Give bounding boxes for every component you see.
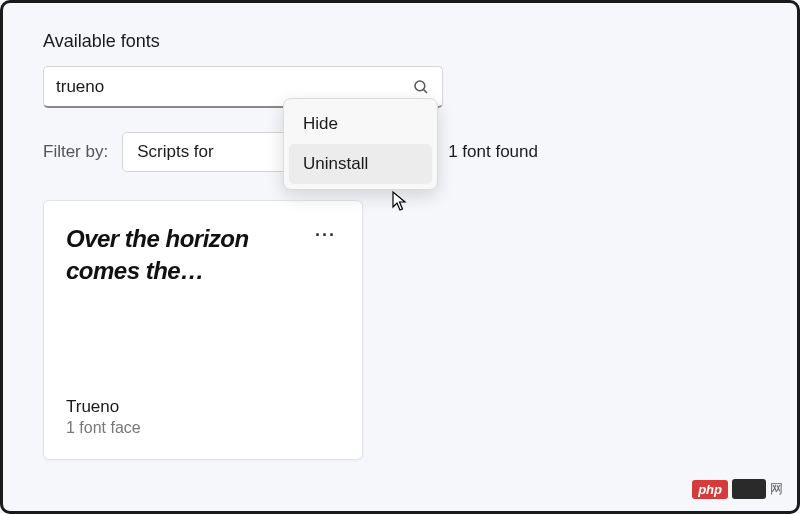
font-card[interactable]: Over the horizon comes the… ··· Trueno 1… (43, 200, 363, 460)
search-icon[interactable] (412, 78, 430, 96)
watermark-badge: php (692, 480, 728, 499)
cursor-icon (391, 190, 409, 216)
watermark-text: 网 (770, 480, 783, 498)
search-input[interactable] (56, 77, 412, 97)
context-menu: Hide Uninstall (283, 98, 438, 190)
font-faces-label: 1 font face (66, 419, 340, 437)
font-name-label: Trueno (66, 397, 340, 417)
filter-selected-value: Scripts for (137, 142, 214, 162)
menu-item-hide[interactable]: Hide (289, 104, 432, 144)
font-preview-text: Over the horizon comes the… (66, 223, 311, 288)
watermark: php 网 (692, 479, 783, 499)
svg-point-0 (415, 81, 425, 91)
menu-item-uninstall[interactable]: Uninstall (289, 144, 432, 184)
svg-line-1 (423, 89, 427, 93)
section-title: Available fonts (43, 31, 757, 52)
font-count-label: 1 font found (448, 142, 538, 162)
more-options-button[interactable]: ··· (311, 223, 340, 248)
filter-label: Filter by: (43, 142, 108, 162)
watermark-dark (732, 479, 766, 499)
